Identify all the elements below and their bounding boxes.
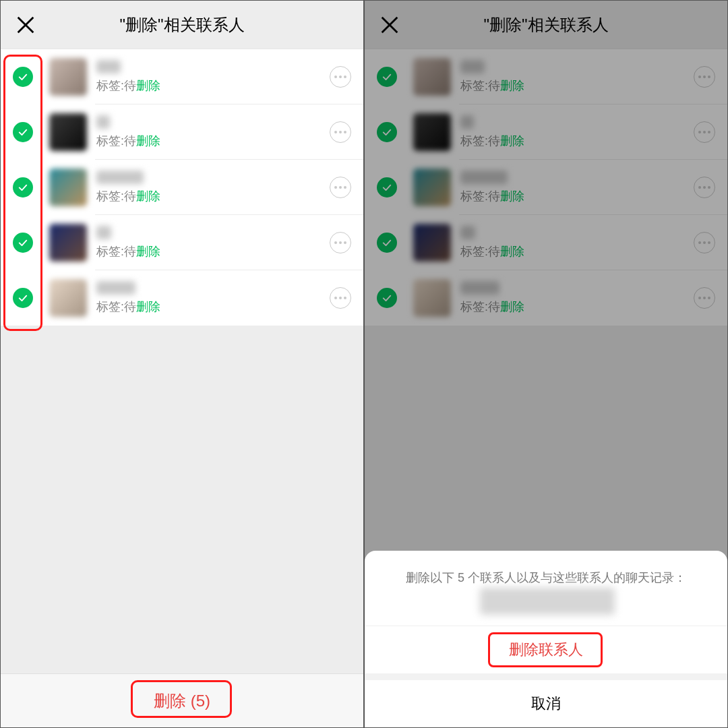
- checkmark-icon[interactable]: [13, 122, 33, 142]
- page-title: "删除"相关联系人: [119, 14, 244, 36]
- phone-left: "删除"相关联系人 标签:待删除标签:待删除标签:待删除标签:待删除标签:待删除…: [0, 0, 364, 728]
- checkmark-icon[interactable]: [13, 288, 33, 308]
- contact-info: 标签:待删除: [96, 60, 330, 94]
- contact-name-redacted: [96, 60, 121, 73]
- contact-list: 标签:待删除标签:待删除标签:待删除标签:待删除标签:待删除: [1, 49, 363, 326]
- contact-row[interactable]: 标签:待删除: [1, 270, 363, 326]
- tag-line: 标签:待删除: [96, 299, 330, 315]
- footer-bar: 删除 (5): [1, 673, 363, 727]
- tag-value: 删除: [136, 243, 160, 260]
- more-icon[interactable]: [330, 232, 351, 253]
- more-icon[interactable]: [330, 287, 351, 309]
- contact-row[interactable]: 标签:待删除: [1, 49, 363, 104]
- contact-row[interactable]: 标签:待删除: [1, 160, 363, 215]
- redacted-names: [480, 588, 615, 615]
- tag-line: 标签:待删除: [96, 188, 330, 204]
- contact-info: 标签:待删除: [96, 226, 330, 260]
- close-icon[interactable]: [14, 13, 37, 36]
- header: "删除"相关联系人: [1, 1, 363, 49]
- tag-prefix: 标签:待: [96, 299, 136, 315]
- phone-right: "删除"相关联系人 标签:待删除标签:待删除标签:待删除标签:待删除标签:待删除…: [364, 0, 728, 728]
- contact-info: 标签:待删除: [96, 281, 330, 315]
- tag-value: 删除: [136, 78, 160, 94]
- contact-row[interactable]: 标签:待删除: [1, 215, 363, 270]
- avatar: [49, 224, 87, 262]
- confirm-delete-button[interactable]: 删除联系人: [365, 626, 727, 673]
- tag-prefix: 标签:待: [96, 78, 136, 94]
- contact-info: 标签:待删除: [96, 115, 330, 149]
- tag-prefix: 标签:待: [96, 243, 136, 260]
- more-icon[interactable]: [330, 66, 351, 88]
- contact-name-redacted: [96, 281, 135, 295]
- tag-prefix: 标签:待: [96, 133, 136, 149]
- avatar: [49, 58, 87, 96]
- tag-value: 删除: [136, 299, 160, 315]
- avatar: [49, 113, 87, 151]
- more-icon[interactable]: [330, 177, 351, 198]
- sheet-divider: [365, 673, 727, 680]
- contact-row[interactable]: 标签:待删除: [1, 104, 363, 160]
- avatar: [49, 169, 87, 206]
- tag-value: 删除: [136, 133, 160, 149]
- more-icon[interactable]: [330, 121, 351, 143]
- cancel-button[interactable]: 取消: [365, 680, 727, 727]
- checkmark-icon[interactable]: [13, 233, 33, 253]
- tag-line: 标签:待删除: [96, 78, 330, 94]
- delete-button[interactable]: 删除 (5): [127, 681, 237, 721]
- tag-line: 标签:待删除: [96, 243, 330, 260]
- sheet-message-text: 删除以下 5 个联系人以及与这些联系人的聊天记录：: [406, 571, 686, 584]
- contact-name-redacted: [96, 171, 144, 184]
- tag-line: 标签:待删除: [96, 133, 330, 149]
- checkmark-icon[interactable]: [13, 67, 33, 87]
- checkmark-icon[interactable]: [13, 177, 33, 198]
- sheet-message: 删除以下 5 个联系人以及与这些联系人的聊天记录：: [365, 551, 727, 626]
- action-sheet: 删除以下 5 个联系人以及与这些联系人的聊天记录： 删除联系人 取消: [365, 551, 727, 727]
- contact-info: 标签:待删除: [96, 171, 330, 204]
- contact-name-redacted: [96, 226, 111, 239]
- tag-prefix: 标签:待: [96, 188, 136, 204]
- avatar: [49, 279, 87, 317]
- tag-value: 删除: [136, 188, 160, 204]
- contact-name-redacted: [96, 115, 110, 129]
